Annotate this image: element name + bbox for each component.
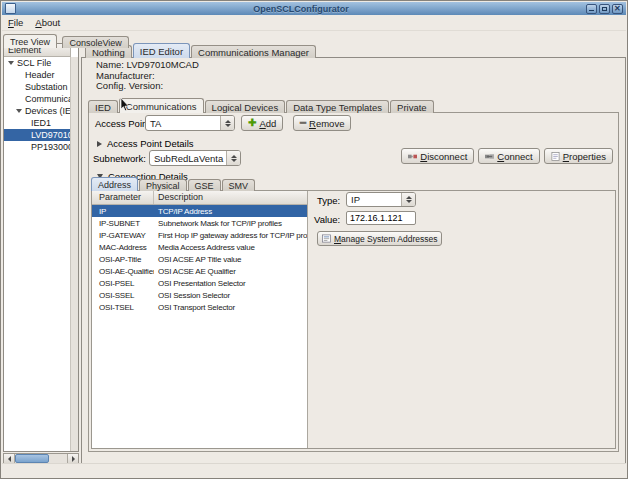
table-row[interactable]: OSI-SSEL OSI Session Selector (92, 289, 307, 301)
minus-icon: ━ (300, 118, 306, 128)
table-row[interactable]: MAC-Address Media Access Address value (92, 241, 307, 253)
tree-item-ied1[interactable]: IED1 (4, 117, 71, 129)
access-point-details-expander[interactable]: Access Point Details (97, 138, 194, 149)
tab-private[interactable]: Private (390, 100, 434, 113)
title-bar[interactable]: OpenSCLConfigurator ✕ (2, 2, 626, 15)
disconnect-icon (408, 152, 417, 161)
properties-button[interactable]: Properties (544, 148, 613, 164)
combo-spinner-icon[interactable] (226, 151, 240, 165)
table-row[interactable]: OSI-PSEL OSI Presentation Selector (92, 277, 307, 289)
window-icon (5, 3, 16, 14)
menu-about[interactable]: About (35, 17, 60, 28)
cell-parameter: OSI-TSEL (92, 303, 154, 312)
address-content-panel: Parameter Description IP TCP/IP Address … (91, 190, 616, 449)
cell-description: OSI Session Selector (154, 291, 307, 300)
tab-smv[interactable]: SMV (222, 179, 256, 191)
tab-console-view[interactable]: ConsoleView (62, 36, 128, 48)
tab-physical[interactable]: Physical (139, 179, 187, 191)
ied-config-version-label: Config. Version: (96, 81, 199, 92)
remove-button[interactable]: ━ Remove (293, 115, 351, 131)
tree-vertical-scrollbar[interactable] (70, 57, 78, 451)
cell-parameter: OSI-AE-Qualifier (92, 267, 154, 276)
app-window: OpenSCLConfigurator ✕ File About Tree Vi… (0, 0, 628, 479)
tree-item-pp193000[interactable]: PP193000 (4, 141, 71, 153)
tab-ied[interactable]: IED (88, 100, 118, 113)
tree-panel: Element SCL File Header Substation Commu… (3, 43, 79, 452)
tree-item-label: Substation (25, 81, 68, 93)
disconnect-button[interactable]: Disconnect (401, 148, 474, 164)
close-button[interactable]: ✕ (612, 4, 623, 14)
column-parameter[interactable]: Parameter (92, 191, 154, 204)
manage-button-label: Manage System Addresses (334, 234, 437, 244)
tree-item-scl-file[interactable]: SCL File (4, 57, 71, 69)
cell-description: First Hop IP gateway address for TCP/IP … (154, 231, 307, 240)
combo-spinner-icon[interactable] (401, 193, 415, 206)
cell-description: OSI Presentation Selector (154, 279, 307, 288)
tree-item-substation[interactable]: Substation (4, 81, 71, 93)
properties-icon (551, 152, 560, 161)
expander-down-icon[interactable] (16, 109, 22, 113)
value-label: Value: (314, 214, 340, 225)
add-button[interactable]: ✚ Add (241, 115, 283, 131)
address-tabs: Address Physical GSE SMV (91, 177, 256, 191)
minimize-button[interactable] (586, 4, 597, 14)
cell-parameter: OSI-SSEL (92, 291, 154, 300)
tab-communications-manager[interactable]: Communications Manager (191, 45, 316, 58)
tree-item-header[interactable]: Header (4, 69, 71, 81)
close-icon: ✕ (614, 4, 621, 14)
ied-section-tabs: IED Communications Logical Devices Data … (88, 98, 435, 113)
cell-description: OSI ACSE AP Title value (154, 255, 307, 264)
tree-item-devices-ied[interactable]: Devices (IED) (4, 105, 71, 117)
table-row[interactable]: IP-GATEWAY First Hop IP gateway address … (92, 229, 307, 241)
tab-communications[interactable]: Communications (119, 98, 204, 113)
cell-parameter: MAC-Address (92, 243, 154, 252)
manage-system-addresses-button[interactable]: Manage System Addresses (317, 231, 442, 246)
cell-parameter: OSI-PSEL (92, 279, 154, 288)
scrollbar-track[interactable] (49, 454, 67, 463)
type-combo[interactable]: IP (346, 192, 416, 207)
scroll-right-button[interactable] (67, 454, 78, 463)
scroll-left-button[interactable] (4, 454, 15, 463)
maximize-icon (602, 7, 607, 11)
tree-item-label: IED1 (31, 117, 51, 129)
remove-button-label: Remove (309, 118, 344, 129)
connect-button[interactable]: Connect (478, 148, 539, 164)
addresses-icon (322, 234, 331, 243)
cell-description: OSI Transport Selector (154, 303, 307, 312)
access-point-label: Access Point: (95, 118, 153, 129)
tab-data-type-templates[interactable]: Data Type Templates (286, 100, 389, 113)
value-input[interactable]: 172.16.1.121 (346, 211, 416, 225)
table-row[interactable]: IP-SUBNET Subnetwork Mask for TCP/IP pro… (92, 217, 307, 229)
mouse-cursor (120, 98, 130, 112)
tab-ied-editor[interactable]: IED Editor (133, 43, 190, 58)
tab-gse[interactable]: GSE (188, 179, 221, 191)
tree-item-communication[interactable]: Communication (4, 93, 71, 105)
tree-item-label: PP193000 (31, 141, 71, 153)
cell-description: TCP/IP Address (154, 207, 307, 216)
menu-bar: File About (2, 15, 626, 31)
cell-parameter: IP (92, 207, 154, 216)
table-row[interactable]: OSI-TSEL OSI Transport Selector (92, 301, 307, 313)
tab-address[interactable]: Address (91, 177, 138, 191)
type-value: IP (347, 194, 401, 205)
tree-item-lvd97010mcad[interactable]: LVD97010MCAD (4, 129, 71, 141)
ied-info-block: Name: LVD97010MCAD Manufacturer: Config.… (96, 60, 199, 92)
table-row[interactable]: OSI-AE-Qualifier OSI ACSE AE Qualifier (92, 265, 307, 277)
access-point-combo[interactable]: TA (145, 115, 235, 131)
maximize-button[interactable] (599, 4, 610, 14)
subnetwork-combo[interactable]: SubRedLaVenta (149, 150, 241, 166)
expander-down-icon[interactable] (8, 61, 14, 65)
cell-description: OSI ACSE AE Qualifier (154, 267, 307, 276)
scrollbar-thumb[interactable] (15, 454, 49, 463)
cell-description: Media Access Address value (154, 243, 307, 252)
tab-tree-view[interactable]: Tree View (3, 34, 57, 48)
menu-file[interactable]: File (8, 17, 23, 28)
tab-logical-devices[interactable]: Logical Devices (205, 100, 286, 113)
access-point-value: TA (146, 118, 220, 129)
column-description[interactable]: Description (154, 191, 307, 204)
connection-buttons: Disconnect Connect Properties (401, 148, 613, 164)
subnetwork-label: Subnetwork: (93, 153, 146, 164)
table-row[interactable]: OSI-AP-Title OSI ACSE AP Title value (92, 253, 307, 265)
table-row[interactable]: IP TCP/IP Address (92, 205, 307, 217)
combo-spinner-icon[interactable] (220, 116, 234, 130)
